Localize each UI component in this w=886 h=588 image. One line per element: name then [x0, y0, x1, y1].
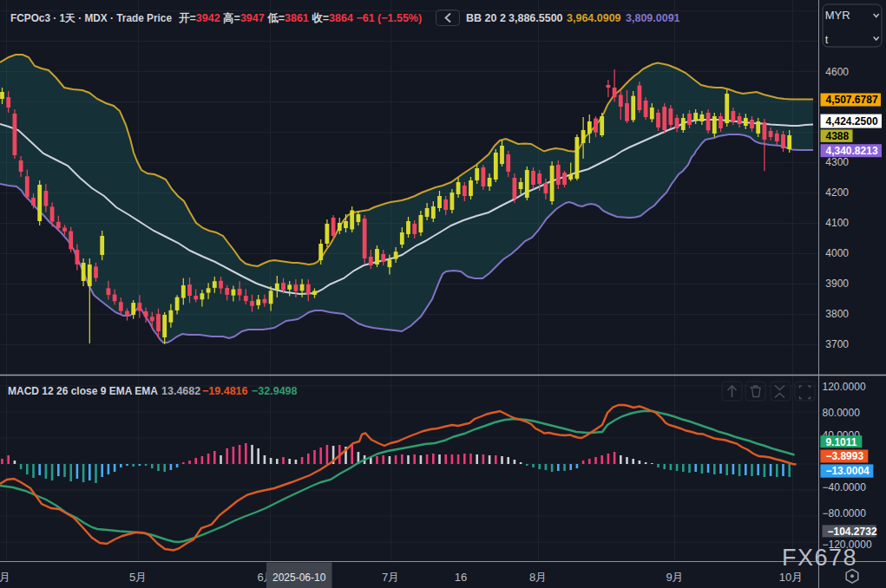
- svg-text:7月: 7月: [382, 571, 399, 584]
- svg-text:−13.0004: −13.0004: [825, 465, 870, 477]
- svg-text:10月: 10月: [779, 571, 803, 584]
- svg-text:3700: 3700: [825, 338, 849, 350]
- svg-text:BB 20 2: BB 20 2: [466, 12, 506, 24]
- svg-text:8月: 8月: [529, 571, 547, 584]
- svg-text:4月: 4月: [0, 571, 10, 584]
- svg-text:80.0000: 80.0000: [823, 407, 861, 419]
- svg-text:4600: 4600: [825, 66, 849, 78]
- svg-text:3900: 3900: [825, 278, 849, 290]
- svg-text:4,424.2500: 4,424.2500: [826, 115, 878, 127]
- svg-text:120.0000: 120.0000: [823, 381, 866, 393]
- svg-text:5月: 5月: [129, 571, 147, 584]
- svg-text:FX678: FX678: [782, 545, 857, 571]
- svg-text:−104.2732: −104.2732: [828, 526, 877, 538]
- svg-text:−40.0000: −40.0000: [823, 481, 867, 493]
- svg-text:3800: 3800: [825, 308, 849, 320]
- svg-text:4388: 4388: [826, 130, 850, 142]
- svg-text:9.1011: 9.1011: [825, 436, 856, 448]
- svg-text:FCPOc3 · 1天 · MDX · Trade Pric: FCPOc3 · 1天 · MDX · Trade Price: [10, 12, 172, 24]
- svg-text:t: t: [825, 33, 829, 46]
- svg-text:4000: 4000: [825, 247, 849, 259]
- svg-text:16: 16: [455, 571, 467, 584]
- svg-text:4100: 4100: [825, 217, 849, 229]
- svg-text:13.4682: 13.4682: [161, 385, 200, 397]
- svg-text:−80.0000: −80.0000: [823, 507, 867, 519]
- svg-text:MYR: MYR: [825, 9, 850, 22]
- svg-text:4,340.8213: 4,340.8213: [826, 145, 878, 157]
- svg-text:4,507.6787: 4,507.6787: [826, 94, 878, 106]
- svg-text:MACD 12 26 close 9 EMA EMA: MACD 12 26 close 9 EMA EMA: [8, 385, 158, 397]
- svg-text:3,964.0909: 3,964.0909: [567, 12, 621, 24]
- svg-text:3,809.0091: 3,809.0091: [626, 12, 680, 24]
- svg-text:−3.8993: −3.8993: [825, 450, 863, 462]
- svg-text:−32.9498: −32.9498: [252, 385, 298, 397]
- svg-text:3,886.5500: 3,886.5500: [509, 12, 563, 24]
- svg-text:4200: 4200: [825, 186, 849, 199]
- svg-text:9月: 9月: [666, 571, 683, 584]
- svg-text:−19.4816: −19.4816: [202, 385, 248, 397]
- svg-text:4300: 4300: [825, 156, 849, 168]
- svg-text:开=3942 高=3947 低=3861 收=3864 −6: 开=3942 高=3947 低=3861 收=3864 −61 (−1.55%): [178, 12, 422, 24]
- svg-text:2025-06-10: 2025-06-10: [272, 572, 326, 584]
